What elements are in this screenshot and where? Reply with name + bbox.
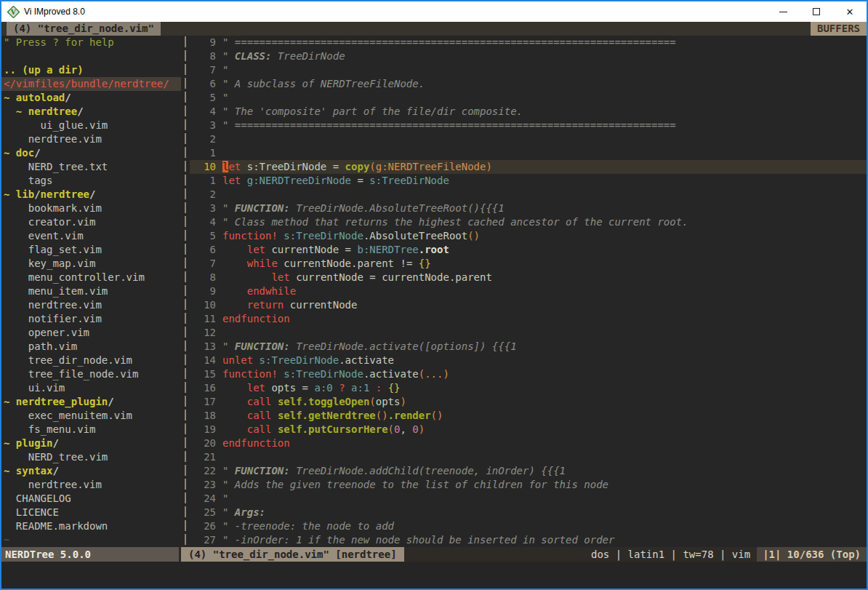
tree-item[interactable]: key_map.vim [4, 257, 181, 271]
tree-item[interactable]: nerdtree.vim [4, 478, 181, 492]
tree-item[interactable]: ~ plugin/ [4, 436, 181, 450]
tree-item[interactable]: .. (up a dir) [4, 63, 181, 77]
tree-item[interactable]: tags [4, 174, 181, 188]
text-segment: / [52, 465, 58, 477]
minimize-button[interactable] [766, 1, 800, 22]
code-text [222, 450, 228, 464]
code-line[interactable]: 15function! s:TreeDirNode.activate(...) [190, 367, 867, 381]
tree-item[interactable]: event.vim [4, 229, 181, 243]
tree-item[interactable]: NERD_tree.txt [4, 160, 181, 174]
text-segment: nerdtree.vim [4, 479, 102, 490]
code-line[interactable]: 2 [190, 132, 867, 146]
code-line[interactable]: 27" -inOrder: 1 if the new node should b… [190, 533, 867, 547]
code-line[interactable]: 13" FUNCTION: TreeDirNode.activate([opti… [190, 340, 867, 354]
tree-item[interactable]: ~ lib/nerdtree/ [4, 188, 181, 202]
tree-item[interactable]: tree_file_node.vim [4, 367, 181, 381]
code-line[interactable]: 4" Class method that returns the highest… [190, 215, 867, 229]
tree-item[interactable]: NERD_tree.vim [4, 450, 181, 464]
tree-item[interactable]: README.markdown [4, 519, 181, 533]
code-line[interactable]: 8 let currentNode = currentNode.parent [190, 271, 867, 284]
code-line[interactable]: 3" =====================================… [190, 119, 867, 132]
text-segment: : [376, 382, 382, 394]
code-line[interactable]: 6 let currentNode = b:NERDTree.root [190, 243, 867, 257]
text-segment: / [34, 188, 40, 200]
code-line[interactable]: 22" FUNCTION: TreeDirNode.addChild(treen… [190, 464, 867, 478]
code-line[interactable]: 26" -treenode: the node to add [190, 519, 867, 533]
maximize-button[interactable] [800, 1, 833, 22]
tree-item[interactable]: LICENCE [4, 506, 181, 519]
code-line[interactable]: 24" [190, 492, 867, 506]
tree-item[interactable]: CHANGELOG [4, 492, 181, 506]
tree-item[interactable]: bookmark.vim [4, 202, 181, 215]
text-segment: " [222, 50, 235, 62]
tree-item[interactable]: fs_menu.vim [4, 423, 181, 436]
code-line[interactable]: 4" The 'composite' part of the file/dir … [190, 105, 867, 119]
code-line[interactable]: 5" [190, 91, 867, 105]
code-line[interactable]: 14unlet s:TreeDirNode.activate [190, 354, 867, 367]
code-line[interactable]: 7 while currentNode.parent != {} [190, 257, 867, 271]
code-line[interactable]: 17 call self.toggleOpen(opts) [190, 395, 867, 409]
vertical-split-separator[interactable] [181, 36, 190, 547]
code-line[interactable]: 5function! s:TreeDirNode.AbsoluteTreeRoo… [190, 229, 867, 243]
svg-text:V: V [11, 8, 17, 16]
code-line[interactable]: 1 [190, 146, 867, 160]
tree-item[interactable]: ~ [4, 533, 181, 547]
text-segment [271, 396, 277, 407]
tree-item[interactable]: menu_item.vim [4, 284, 181, 298]
tree-item[interactable]: ~ nerdtree_plugin/ [4, 395, 181, 409]
tree-item[interactable]: ~ nerdtree/ [4, 105, 181, 119]
code-line[interactable]: 21 [190, 450, 867, 464]
line-number: 13 [190, 340, 216, 354]
tree-item[interactable]: nerdtree.vim [4, 298, 181, 312]
tree-item[interactable]: nerdtree.vim [4, 132, 181, 146]
tree-item[interactable]: creator.vim [4, 215, 181, 229]
text-segment: nerdtree.vim [4, 133, 102, 145]
tree-item[interactable]: path.vim [4, 340, 181, 354]
tree-item[interactable] [4, 49, 181, 63]
code-line[interactable]: 6" A subclass of NERDTreeFileNode. [190, 77, 867, 91]
text-segment: nerdtree.vim [4, 299, 102, 311]
tree-item[interactable]: ~ autoload/ [4, 91, 181, 105]
code-line[interactable]: 7" [190, 63, 867, 77]
code-text: return currentNode [222, 298, 357, 312]
code-line[interactable]: 9 endwhile [190, 284, 867, 298]
line-number: 17 [190, 395, 216, 409]
tree-item[interactable]: ~ doc/ [4, 146, 181, 160]
code-line[interactable]: 25" Args: [190, 506, 867, 519]
tree-root-item[interactable]: </vimfiles/bundle/nerdtree/ [1, 77, 181, 91]
code-line[interactable]: 20endfunction [190, 436, 867, 450]
tree-item[interactable]: exec_menuitem.vim [4, 409, 181, 423]
command-line[interactable] [1, 562, 867, 589]
buffer-tab[interactable]: (4) "tree_dir_node.vim" [7, 22, 161, 36]
tree-item[interactable]: " Press ? for help [4, 36, 181, 49]
code-line[interactable]: 8" CLASS: TreeDirNode [190, 49, 867, 63]
code-line[interactable]: 11endfunction [190, 312, 867, 326]
code-line[interactable]: 18 call self.getNerdtree().render() [190, 409, 867, 423]
tree-item[interactable]: notifier.vim [4, 312, 181, 326]
tree-item[interactable]: tree_dir_node.vim [4, 354, 181, 367]
code-line[interactable]: 9" =====================================… [190, 36, 867, 49]
code-line[interactable]: 2 [190, 188, 867, 202]
code-text [222, 146, 228, 160]
tree-item[interactable]: menu_controller.vim [4, 271, 181, 284]
code-line[interactable]: 10 return currentNode [190, 298, 867, 312]
text-segment: function! [222, 368, 278, 380]
code-line[interactable]: 1let g:NERDTreeDirNode = s:TreeDirNode [190, 174, 867, 188]
code-line[interactable]: 19 call self.putCursorHere(0, 0) [190, 423, 867, 436]
code-line-current[interactable]: 10let s:TreeDirNode = copy(g:NERDTreeFil… [190, 160, 867, 174]
code-line[interactable]: 23" Adds the given treenode to the list … [190, 478, 867, 492]
code-line[interactable]: 3" FUNCTION: TreeDirNode.AbsoluteTreeRoo… [190, 202, 867, 215]
code-text: " Args: [222, 506, 265, 519]
tree-item[interactable]: ui.vim [4, 381, 181, 395]
tree-item[interactable]: flag_set.vim [4, 243, 181, 257]
line-number: 10 [190, 298, 216, 312]
tree-item[interactable]: ~ syntax/ [4, 464, 181, 478]
close-button[interactable]: ✕ [833, 1, 867, 22]
code-line[interactable]: 16 let opts = a:0 ? a:1 : {} [190, 381, 867, 395]
tree-item[interactable]: opener.vim [4, 326, 181, 340]
code-line[interactable]: 12 [190, 326, 867, 340]
text-segment [222, 285, 247, 297]
tree-item[interactable]: ui_glue.vim [4, 119, 181, 132]
text-segment [271, 423, 277, 435]
tabline: (4) "tree_dir_node.vim" BUFFERS [1, 22, 867, 36]
